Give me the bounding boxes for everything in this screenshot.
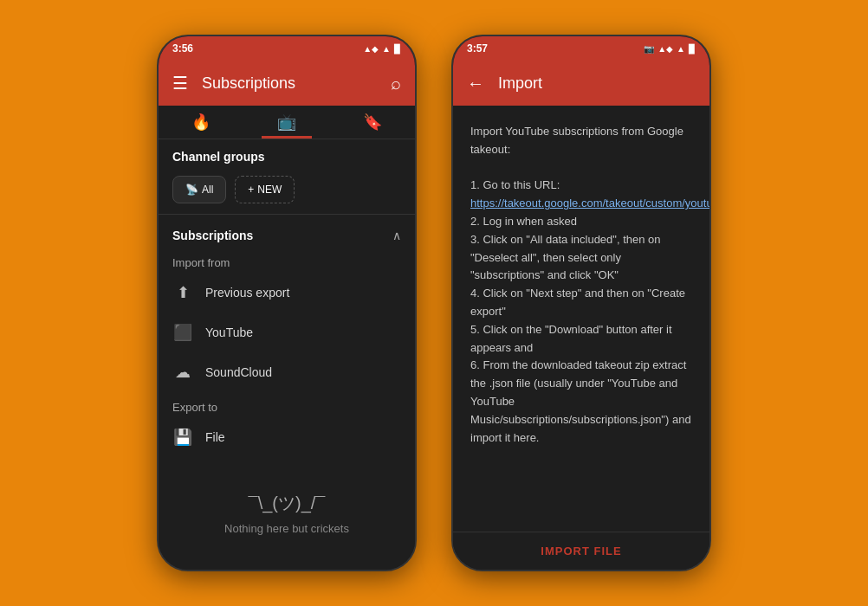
battery-icon-2: ▉ xyxy=(689,44,696,54)
phone1-content: 🔥 📺 🔖 Channel groups 📡 All + xyxy=(159,106,415,570)
export-file[interactable]: 💾 File xyxy=(159,417,415,457)
import-previous-export[interactable]: ⬆ Previous export xyxy=(159,273,415,313)
takeout-link[interactable]: https://takeout.google.com/takeout/custo… xyxy=(470,197,709,210)
status-icons-2: 📷 ▲◆ ▲ ▉ xyxy=(644,44,696,54)
step-4: 4. Click on "Next step" and then on "Cre… xyxy=(470,287,685,318)
channel-groups-header: Channel groups xyxy=(159,139,415,169)
youtube-icon: ⬛ xyxy=(172,323,193,342)
channel-groups-list: 📡 All + NEW xyxy=(159,169,415,210)
collapse-icon[interactable]: ∧ xyxy=(392,229,401,242)
cloud-upload-icon: ⬆ xyxy=(172,283,193,302)
signal-icon-2: ▲ xyxy=(677,44,685,54)
status-time-2: 3:57 xyxy=(467,42,488,55)
phones-container: 3:56 ▲◆ ▲ ▉ ☰ Subscriptions ⌕ 🔥 📺 xyxy=(157,35,711,571)
tab-bookmarks[interactable]: 🔖 xyxy=(330,113,415,139)
group-new-label: NEW xyxy=(257,184,282,196)
rss-icon: 📡 xyxy=(185,184,198,196)
status-bar-1: 3:56 ▲◆ ▲ ▉ xyxy=(159,36,415,61)
soundcloud-label: SoundCloud xyxy=(205,365,272,379)
menu-icon[interactable]: ☰ xyxy=(172,73,188,93)
import-footer: IMPORT FILE xyxy=(453,532,709,570)
empty-message: Nothing here but crickets xyxy=(224,522,349,535)
battery-icon: ▉ xyxy=(394,44,401,54)
tab-subscriptions[interactable]: 📺 xyxy=(244,113,329,139)
phone-2: 3:57 📷 ▲◆ ▲ ▉ ← Import Import YouTube su… xyxy=(451,35,711,571)
tabs-bar: 🔥 📺 🔖 xyxy=(159,106,415,139)
trending-icon: 🔥 xyxy=(191,113,211,132)
step-1: 1. Go to this URL: xyxy=(470,178,560,191)
phone2-content: Import YouTube subscriptions from Google… xyxy=(453,106,709,570)
import-from-label: Import from xyxy=(159,248,415,273)
app-header-2: ← Import xyxy=(453,61,709,106)
search-icon[interactable]: ⌕ xyxy=(391,74,401,93)
group-all[interactable]: 📡 All xyxy=(172,176,226,203)
empty-state: ¯\_(ツ)_/¯ Nothing here but crickets xyxy=(159,457,415,570)
signal-icon: ▲ xyxy=(382,44,391,54)
import-file-button[interactable]: IMPORT FILE xyxy=(541,545,621,558)
wifi-icon: ▲◆ xyxy=(363,44,379,54)
save-icon: 💾 xyxy=(172,428,193,447)
step-2: 2. Log in when asked xyxy=(470,215,577,228)
back-button[interactable]: ← xyxy=(467,74,484,93)
file-label: File xyxy=(205,430,225,444)
step-3: 3. Click on "All data included", then on… xyxy=(470,233,661,282)
import-soundcloud[interactable]: ☁ SoundCloud xyxy=(159,352,415,392)
phone-1: 3:56 ▲◆ ▲ ▉ ☰ Subscriptions ⌕ 🔥 📺 xyxy=(157,35,417,571)
tab-trending[interactable]: 🔥 xyxy=(159,113,243,139)
plus-icon: + xyxy=(248,184,254,196)
status-bar-2: 3:57 📷 ▲◆ ▲ ▉ xyxy=(453,36,709,61)
import-instructions: Import YouTube subscriptions from Google… xyxy=(470,123,692,518)
import-content: Import YouTube subscriptions from Google… xyxy=(453,106,709,532)
bookmark-icon: 🔖 xyxy=(363,113,382,132)
channel-groups-label: Channel groups xyxy=(172,150,265,164)
group-all-label: All xyxy=(202,184,213,196)
group-new[interactable]: + NEW xyxy=(235,176,295,203)
youtube-label: YouTube xyxy=(205,326,253,339)
subscriptions-title: Subscriptions xyxy=(172,229,253,242)
step-5: 5. Click on the "Download" button after … xyxy=(470,323,672,354)
camera-icon: 📷 xyxy=(644,44,654,54)
subscriptions-section-header[interactable]: Subscriptions ∧ xyxy=(159,218,415,248)
app-title-1: Subscriptions xyxy=(202,74,377,93)
export-to-label: Export to xyxy=(159,392,415,417)
status-time-1: 3:56 xyxy=(172,42,193,55)
previous-export-label: Previous export xyxy=(205,286,289,300)
app-title-2: Import xyxy=(498,74,696,93)
app-header-1: ☰ Subscriptions ⌕ xyxy=(159,61,415,106)
kaomoji: ¯\_(ツ)_/¯ xyxy=(249,492,326,515)
step-6: 6. From the downloaded takeout zip extra… xyxy=(470,358,691,443)
divider-1 xyxy=(159,214,415,215)
tv-icon: 📺 xyxy=(277,113,296,132)
wifi-icon-2: ▲◆ xyxy=(657,44,673,54)
soundcloud-icon: ☁ xyxy=(172,363,193,382)
import-youtube[interactable]: ⬛ YouTube xyxy=(159,313,415,352)
status-icons-1: ▲◆ ▲ ▉ xyxy=(363,44,401,54)
instructions-intro: Import YouTube subscriptions from Google… xyxy=(470,125,683,156)
